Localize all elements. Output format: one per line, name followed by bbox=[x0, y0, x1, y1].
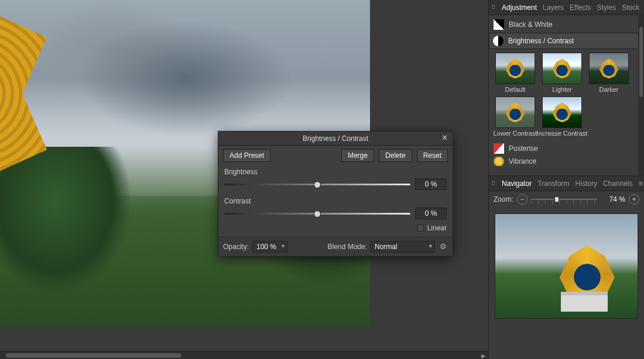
navigator-tabbar: ⠿ Navigator Transform History Channels ≡ bbox=[489, 176, 644, 191]
tab-layers[interactable]: Layers bbox=[543, 4, 564, 12]
zoom-slider-thumb[interactable] bbox=[554, 196, 559, 202]
adjustment-item-posterise[interactable]: Posterise bbox=[489, 140, 644, 157]
preset-lighter[interactable]: Lighter bbox=[540, 53, 584, 93]
opacity-label: Opacity: bbox=[223, 243, 249, 251]
blend-mode-select[interactable]: Normal bbox=[371, 241, 435, 253]
adjustment-tabbar: ⠿ Adjustment Layers Effects Styles Stock bbox=[489, 0, 644, 15]
reset-button[interactable]: Reset bbox=[417, 149, 448, 162]
brightness-label: Brightness bbox=[218, 165, 453, 176]
gear-icon[interactable]: ⚙ bbox=[439, 242, 448, 251]
zoom-value: 74 % bbox=[601, 195, 625, 203]
zoom-out-button[interactable]: − bbox=[517, 194, 527, 205]
adjustment-label: Black & White bbox=[509, 20, 553, 29]
brightness-slider-row: 0 % bbox=[218, 176, 453, 195]
horizontal-scrollbar[interactable]: ▶ bbox=[0, 351, 488, 359]
opacity-select[interactable]: 100 % bbox=[252, 241, 287, 253]
preset-label: Darker bbox=[599, 86, 618, 93]
adjustment-list: Black & White Brightness / Contrast Defa… bbox=[489, 15, 644, 167]
merge-button[interactable]: Merge bbox=[341, 149, 374, 162]
close-icon[interactable]: ✕ bbox=[440, 133, 449, 143]
adjustment-item-vibrance[interactable]: Vibrance bbox=[489, 157, 644, 166]
navigator-preview[interactable] bbox=[495, 213, 638, 319]
preset-darker[interactable]: Darker bbox=[587, 53, 631, 93]
hscroll-right-arrow[interactable]: ▶ bbox=[481, 353, 486, 359]
adjustment-scrollbar[interactable] bbox=[638, 15, 644, 175]
contrast-slider[interactable] bbox=[224, 209, 410, 218]
tab-adjustment[interactable]: Adjustment bbox=[502, 4, 537, 12]
vibrance-icon bbox=[494, 157, 504, 166]
zoom-in-button[interactable]: + bbox=[629, 194, 639, 205]
brightness-contrast-icon bbox=[493, 36, 503, 46]
adjustment-label: Vibrance bbox=[509, 157, 536, 165]
bw-icon bbox=[494, 19, 504, 30]
preset-grid: Default Lighter Darker Lower Contrast In… bbox=[489, 49, 644, 140]
brightness-slider-thumb[interactable] bbox=[314, 181, 321, 188]
adjustment-item-bw[interactable]: Black & White bbox=[489, 16, 644, 33]
tab-stock[interactable]: Stock bbox=[622, 4, 639, 12]
linear-row: Linear bbox=[218, 224, 453, 237]
scroll-thumb[interactable] bbox=[639, 27, 643, 97]
tab-channels[interactable]: Channels bbox=[603, 180, 633, 188]
preset-label: Increase Contrast bbox=[537, 130, 588, 137]
preset-label: Lower Contrast bbox=[494, 130, 537, 137]
panel-grip-icon[interactable]: ⠿ bbox=[491, 4, 496, 11]
panel-grip-icon[interactable]: ⠿ bbox=[491, 180, 496, 187]
contrast-label: Contrast bbox=[218, 195, 453, 205]
adjustment-item-brightness-contrast[interactable]: Brightness / Contrast bbox=[489, 33, 644, 49]
contrast-value[interactable]: 0 % bbox=[415, 208, 447, 219]
contrast-slider-thumb[interactable] bbox=[314, 210, 321, 218]
dialog-titlebar[interactable]: Brightness / Contrast ✕ bbox=[218, 132, 453, 146]
tab-transform[interactable]: Transform bbox=[537, 180, 569, 188]
tab-navigator[interactable]: Navigator bbox=[502, 180, 532, 188]
zoom-slider[interactable] bbox=[531, 194, 597, 205]
dialog-button-row: Add Preset Merge Delete Reset bbox=[218, 146, 453, 165]
linear-checkbox[interactable] bbox=[417, 225, 424, 232]
linear-label: Linear bbox=[427, 224, 447, 232]
navigator-controls: Zoom: − 74 % + bbox=[489, 191, 644, 208]
preset-lower-contrast[interactable]: Lower Contrast bbox=[494, 96, 537, 137]
preset-label: Lighter bbox=[552, 86, 572, 93]
dialog-footer: Opacity: 100 % Blend Mode: Normal ⚙ bbox=[218, 237, 453, 256]
adjustment-label: Posterise bbox=[509, 144, 538, 153]
adjustment-panel: ⠿ Adjustment Layers Effects Styles Stock… bbox=[489, 0, 644, 167]
preset-default[interactable]: Default bbox=[494, 53, 537, 93]
delete-button[interactable]: Delete bbox=[379, 149, 412, 162]
blend-mode-label: Blend Mode: bbox=[328, 243, 367, 251]
brightness-value[interactable]: 0 % bbox=[415, 178, 447, 190]
tab-history[interactable]: History bbox=[576, 180, 597, 188]
tab-effects[interactable]: Effects bbox=[570, 4, 591, 12]
right-panel-stack: ⠿ Adjustment Layers Effects Styles Stock… bbox=[488, 0, 644, 359]
add-preset-button[interactable]: Add Preset bbox=[223, 149, 270, 162]
hscroll-thumb[interactable] bbox=[6, 353, 181, 358]
brightness-slider[interactable] bbox=[224, 180, 410, 188]
zoom-label: Zoom: bbox=[494, 195, 513, 203]
posterise-icon bbox=[494, 143, 504, 154]
panel-menu-icon[interactable]: ≡ bbox=[639, 180, 643, 188]
contrast-slider-row: 0 % bbox=[218, 205, 453, 224]
preset-increase-contrast[interactable]: Increase Contrast bbox=[540, 96, 584, 137]
tab-styles[interactable]: Styles bbox=[597, 4, 616, 12]
preset-label: Default bbox=[505, 86, 526, 93]
navigator-panel: ⠿ Navigator Transform History Channels ≡… bbox=[489, 175, 644, 359]
navigator-preview-pedestal bbox=[561, 292, 608, 312]
dialog-title: Brightness / Contrast bbox=[303, 134, 368, 143]
brightness-contrast-dialog: Brightness / Contrast ✕ Add Preset Merge… bbox=[218, 131, 453, 257]
adjustment-label: Brightness / Contrast bbox=[508, 37, 574, 45]
